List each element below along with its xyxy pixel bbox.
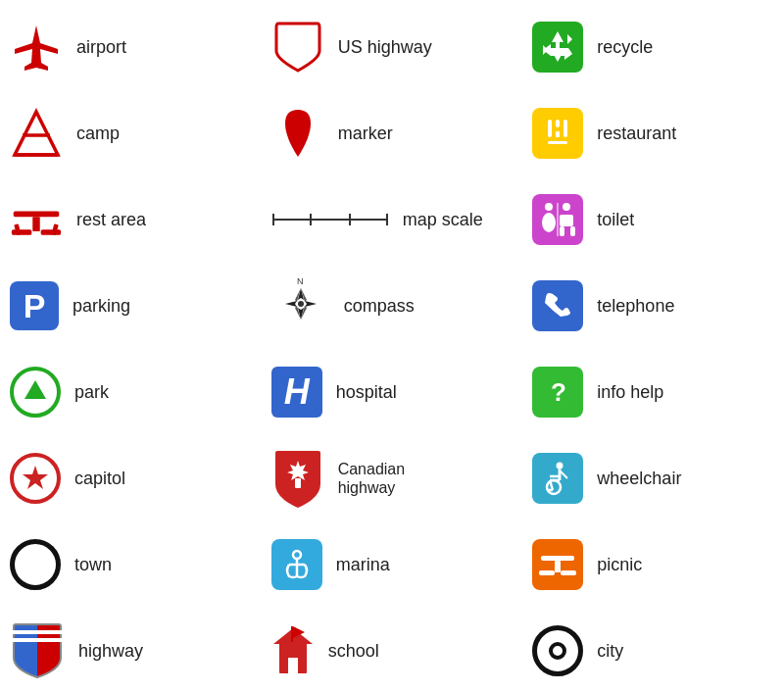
parking-icon: P (10, 281, 59, 330)
svg-point-25 (542, 213, 556, 232)
restaurant-cell: restaurant (522, 90, 784, 176)
camp-icon (10, 107, 63, 160)
town-label: town (74, 555, 112, 575)
compass-icon: N (271, 274, 330, 338)
recycle-icon (532, 22, 583, 73)
school-label: school (328, 641, 379, 662)
restaurant-icon (532, 108, 583, 159)
svg-point-24 (545, 203, 553, 211)
rest-area-label: rest area (76, 210, 146, 230)
telephone-label: telephone (597, 296, 674, 317)
marker-cell: marker (262, 90, 523, 176)
map-scale-cell: map scale (262, 176, 523, 263)
city-cell: city (522, 608, 784, 692)
park-icon (10, 367, 61, 418)
svg-rect-69 (288, 658, 298, 673)
marker-label: marker (338, 124, 393, 144)
svg-rect-16 (41, 229, 61, 235)
svg-point-26 (563, 203, 570, 211)
camp-label: camp (76, 124, 120, 144)
parking-letter: P (24, 287, 46, 325)
us-highway-cell: US highway (262, 4, 523, 90)
svg-point-45 (557, 463, 564, 470)
hospital-letter: H (284, 371, 310, 413)
svg-rect-57 (541, 556, 574, 561)
restaurant-label: restaurant (597, 124, 676, 144)
svg-marker-35 (305, 301, 317, 307)
telephone-cell: telephone (522, 263, 784, 349)
picnic-cell: picnic (522, 521, 784, 608)
svg-rect-14 (32, 217, 39, 231)
map-scale-label: map scale (403, 210, 483, 230)
svg-rect-13 (14, 212, 60, 218)
svg-point-54 (293, 551, 301, 559)
toilet-cell: toilet (522, 176, 784, 263)
svg-rect-15 (12, 229, 31, 235)
rest-area-cell: rest area (0, 176, 262, 263)
svg-rect-58 (555, 561, 561, 572)
highway-cell: highway (0, 608, 262, 692)
compass-cell: N compass (262, 263, 523, 349)
svg-rect-30 (557, 203, 559, 236)
recycle-cell: recycle (522, 4, 784, 90)
rest-area-icon (10, 193, 63, 246)
parking-label: parking (73, 296, 130, 317)
marina-label: marina (336, 555, 390, 575)
highway-icon (10, 622, 65, 679)
toilet-label: toilet (597, 210, 634, 230)
svg-marker-5 (15, 112, 58, 155)
svg-rect-28 (560, 226, 564, 236)
svg-marker-34 (285, 301, 297, 307)
canadian-highway-label: Canadianhighway (338, 460, 406, 497)
svg-rect-12 (548, 141, 567, 144)
camp-cell: camp (0, 90, 262, 176)
us-highway-icon (271, 21, 324, 74)
svg-marker-0 (15, 25, 58, 71)
park-label: park (74, 382, 109, 403)
svg-text:?: ? (551, 377, 566, 407)
info-help-label: info help (597, 382, 663, 403)
us-highway-label: US highway (338, 37, 432, 58)
city-icon (532, 625, 583, 676)
hospital-icon: H (271, 367, 322, 418)
airport-label: airport (76, 37, 126, 58)
svg-rect-59 (539, 570, 555, 575)
wheelchair-icon (532, 453, 583, 504)
info-help-icon: ? (532, 367, 583, 418)
marina-cell: marina (262, 521, 523, 608)
svg-rect-11 (564, 120, 567, 137)
canadian-highway-cell: Canadianhighway (262, 435, 523, 521)
capitol-cell: capitol (0, 435, 262, 521)
svg-rect-9 (556, 120, 560, 127)
telephone-icon (532, 280, 583, 331)
marker-icon (271, 107, 324, 160)
map-scale-icon (271, 210, 389, 229)
svg-text:N: N (297, 276, 304, 286)
svg-rect-10 (556, 131, 560, 137)
marina-icon (271, 539, 322, 590)
compass-label: compass (344, 296, 415, 317)
picnic-label: picnic (597, 555, 642, 575)
svg-rect-44 (295, 478, 301, 488)
svg-marker-43 (23, 466, 48, 489)
town-icon (10, 539, 61, 590)
parking-cell: P parking (0, 263, 262, 349)
city-label: city (597, 641, 623, 662)
wheelchair-cell: wheelchair (522, 435, 784, 521)
airport-cell: airport (0, 4, 262, 90)
svg-marker-4 (567, 34, 572, 44)
canadian-highway-icon (271, 449, 324, 508)
hospital-label: hospital (336, 382, 397, 403)
capitol-label: capitol (74, 469, 125, 489)
school-icon (271, 624, 315, 677)
airport-icon (10, 21, 63, 74)
svg-rect-29 (570, 226, 575, 236)
park-cell: park (0, 349, 262, 435)
svg-rect-67 (291, 626, 293, 642)
capitol-icon (10, 453, 61, 504)
recycle-label: recycle (597, 37, 653, 58)
svg-rect-60 (561, 570, 576, 575)
svg-point-40 (298, 301, 304, 307)
map-legend-grid: airport US highway (0, 0, 784, 692)
school-cell: school (262, 608, 523, 692)
